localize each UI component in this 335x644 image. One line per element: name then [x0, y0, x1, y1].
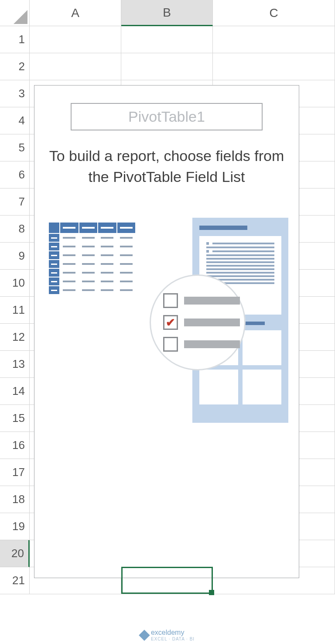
cell-C2[interactable]	[213, 53, 335, 80]
row-header-15[interactable]: 15	[0, 405, 30, 432]
row-header-20[interactable]: 20	[0, 540, 30, 567]
row-header-18[interactable]: 18	[0, 486, 30, 513]
cell-C1[interactable]	[213, 26, 335, 53]
row-header-8[interactable]: 8	[0, 216, 30, 243]
pivottable-name-box: PivotTable1	[71, 103, 263, 130]
watermark: exceldemy EXCEL · DATA · BI	[140, 629, 195, 641]
checkmark-icon: ✔	[166, 317, 175, 328]
row-header-10[interactable]: 10	[0, 270, 30, 297]
watermark-tagline: EXCEL · DATA · BI	[151, 637, 195, 641]
pivottable-illustration: ✔	[45, 222, 288, 440]
row-header-12[interactable]: 12	[0, 324, 30, 351]
column-header-A[interactable]: A	[30, 0, 121, 26]
row-header-3[interactable]: 3	[0, 80, 30, 107]
row-header-6[interactable]: 6	[0, 161, 30, 188]
cell-A1[interactable]	[30, 26, 121, 53]
row-header-14[interactable]: 14	[0, 378, 30, 405]
row-header-4[interactable]: 4	[0, 107, 30, 134]
row-header-21[interactable]: 21	[0, 567, 30, 594]
cell-A2[interactable]	[30, 53, 121, 80]
cell-B1[interactable]	[121, 26, 213, 53]
row-header-9[interactable]: 9	[0, 243, 30, 270]
field-checkbox-magnifier-icon: ✔	[150, 274, 246, 370]
pivottable-instruction: To build a report, choose fields from th…	[45, 146, 288, 187]
row-header-17[interactable]: 17	[0, 459, 30, 486]
row-header-1[interactable]: 1	[0, 26, 30, 53]
cell-B2[interactable]	[121, 53, 213, 80]
row-header-16[interactable]: 16	[0, 432, 30, 459]
mini-spreadsheet-icon	[48, 222, 136, 295]
row-header-2[interactable]: 2	[0, 53, 30, 80]
row-header-7[interactable]: 7	[0, 188, 30, 216]
watermark-name: exceldemy	[151, 629, 184, 636]
watermark-logo-icon	[139, 630, 150, 641]
row-header-5[interactable]: 5	[0, 134, 30, 161]
pivottable-placeholder[interactable]: PivotTable1 To build a report, choose fi…	[34, 85, 299, 578]
column-header-C[interactable]: C	[213, 0, 335, 26]
row-header-19[interactable]: 19	[0, 513, 30, 540]
select-all-corner[interactable]	[0, 0, 30, 26]
column-header-B[interactable]: B	[121, 0, 213, 26]
row-header-13[interactable]: 13	[0, 351, 30, 378]
row-header-11[interactable]: 11	[0, 297, 30, 324]
